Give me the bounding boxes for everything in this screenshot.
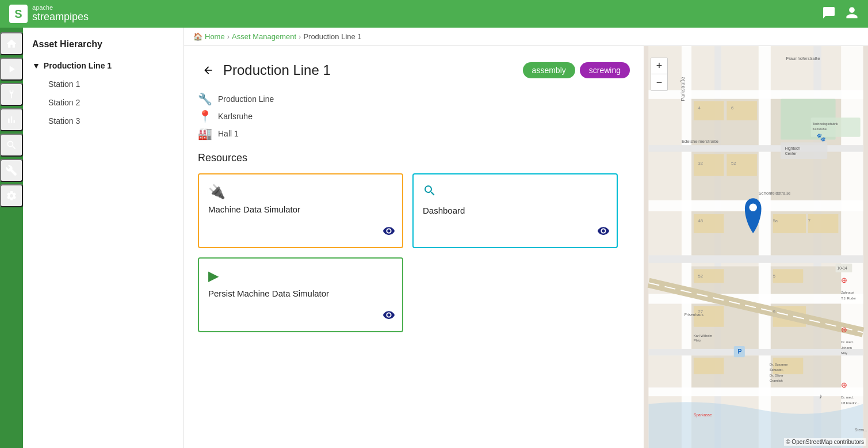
- hierarchy-root-label: Production Line 1: [44, 61, 112, 70]
- svg-text:4: 4: [698, 105, 701, 111]
- resource-card-machine-data-simulator[interactable]: 🔌 Machine Data Simulator: [198, 173, 403, 248]
- plug-nav-button[interactable]: [0, 83, 23, 106]
- search-resource-icon: [423, 184, 437, 198]
- info-location: 📍 Karlsruhe: [198, 109, 630, 123]
- arrow-back-icon: [202, 64, 214, 76]
- breadcrumb-current: Production Line 1: [303, 32, 361, 41]
- persist-label: Persist Machine Data Simulator: [208, 288, 393, 298]
- svg-text:Platz: Platz: [694, 339, 701, 342]
- hierarchy-station-2[interactable]: Station 2: [23, 93, 183, 112]
- svg-text:52: 52: [698, 274, 703, 279]
- map-attribution: © OpenStreetMap contributors: [784, 438, 866, 446]
- svg-text:10-14: 10-14: [838, 266, 847, 270]
- play-icon: [6, 63, 17, 75]
- screwing-tag[interactable]: screwing: [580, 62, 630, 78]
- breadcrumb-sep-2: ›: [299, 32, 301, 41]
- svg-text:Gramlich: Gramlich: [770, 379, 783, 382]
- svg-rect-10: [649, 255, 863, 263]
- svg-text:Edelsheimerstraße: Edelsheimerstraße: [682, 139, 718, 144]
- breadcrumb-asset-management[interactable]: Asset Management: [232, 32, 296, 41]
- type-icon: 🔧: [198, 92, 212, 106]
- zoom-in-button[interactable]: +: [651, 58, 667, 74]
- station-2-label: Station 2: [48, 98, 80, 107]
- svg-text:♪: ♪: [819, 393, 823, 400]
- hall-text: Hall 1: [218, 129, 239, 138]
- back-button[interactable]: [198, 60, 219, 81]
- type-text: Production Line: [218, 94, 274, 104]
- svg-text:T.J. Ruder: T.J. Ruder: [841, 297, 856, 300]
- brand: S apache streampipes: [9, 5, 89, 23]
- wrench-nav-button[interactable]: [0, 159, 23, 182]
- eye-icon-3: [383, 309, 395, 321]
- chat-icon: [822, 6, 836, 20]
- svg-text:⊕: ⊕: [841, 325, 847, 334]
- breadcrumb-home[interactable]: Home: [205, 32, 225, 41]
- svg-rect-27: [694, 101, 724, 120]
- user-button[interactable]: [845, 6, 859, 22]
- home-nav-button[interactable]: [0, 32, 23, 55]
- zoom-out-button[interactable]: −: [651, 74, 667, 90]
- resource-card-persist[interactable]: ▶ Persist Machine Data Simulator: [198, 257, 403, 332]
- svg-text:Schuster,: Schuster,: [770, 368, 783, 371]
- svg-text:Dr. med.: Dr. med.: [841, 340, 854, 344]
- search-icon: [6, 139, 17, 151]
- svg-text:Dr. Oliver: Dr. Oliver: [770, 374, 783, 377]
- assembly-tag[interactable]: assembly: [523, 62, 575, 78]
- svg-text:5a: 5a: [773, 218, 778, 223]
- svg-text:52: 52: [731, 161, 736, 166]
- dashboard-eye-icon[interactable]: [597, 225, 610, 240]
- search-nav-button[interactable]: [0, 134, 23, 157]
- svg-text:⊕: ⊕: [841, 381, 847, 389]
- resources-grid: 🔌 Machine Data Simulator Dashboard: [198, 173, 618, 332]
- svg-rect-34: [694, 358, 724, 374]
- svg-text:5: 5: [773, 274, 775, 279]
- svg-text:🐾: 🐾: [816, 132, 826, 142]
- home-icon: [6, 38, 17, 50]
- settings-nav-button[interactable]: [0, 184, 23, 207]
- play-nav-button[interactable]: [0, 58, 23, 81]
- navbar: S apache streampipes: [0, 0, 868, 28]
- svg-text:Johann: Johann: [841, 346, 852, 350]
- svg-rect-28: [726, 101, 757, 120]
- svg-text:Karl-Wilhelm-: Karl-Wilhelm-: [694, 334, 713, 337]
- svg-text:Center: Center: [785, 151, 797, 155]
- svg-point-88: [750, 203, 757, 211]
- logo-icon: S: [9, 5, 28, 23]
- map-svg: 4 6 32 52 48 52 27 5a 7 5 9 Parkstraße S…: [644, 46, 868, 448]
- station-3-label: Station 3: [48, 116, 80, 126]
- hierarchy-station-1[interactable]: Station 1: [23, 75, 183, 93]
- svg-rect-35: [773, 214, 806, 233]
- settings-icon: [6, 190, 17, 202]
- content-area: Production Line 1 assembly screwing 🔧 Pr…: [184, 46, 644, 448]
- map-area: 4 6 32 52 48 52 27 5a 7 5 9 Parkstraße S…: [644, 46, 868, 448]
- svg-text:48: 48: [698, 218, 703, 223]
- main-layout: Asset Hierarchy ▼ Production Line 1 Stat…: [23, 28, 868, 448]
- resource-card-dashboard[interactable]: Dashboard: [412, 173, 618, 248]
- svg-text:Fraunhoferstraße: Fraunhoferstraße: [786, 56, 820, 61]
- hierarchy-root[interactable]: ▼ Production Line 1: [23, 56, 183, 75]
- eye-icon-1: [383, 225, 395, 237]
- chat-button[interactable]: [822, 6, 836, 22]
- svg-text:Parkstraße: Parkstraße: [680, 77, 686, 101]
- svg-text:Zahnarzt: Zahnarzt: [841, 291, 854, 294]
- machine-data-label: Machine Data Simulator: [208, 204, 393, 214]
- dashboard-label: Dashboard: [423, 206, 607, 215]
- page-title: Production Line 1: [223, 62, 331, 78]
- dashboard-icon: [423, 184, 607, 201]
- brand-name: apache streampipes: [32, 5, 89, 23]
- svg-text:Stern...: Stern...: [855, 428, 867, 432]
- svg-text:P: P: [737, 348, 741, 355]
- hierarchy-station-3[interactable]: Station 3: [23, 112, 183, 130]
- persist-eye-icon[interactable]: [383, 309, 395, 324]
- svg-text:Dr. med.: Dr. med.: [841, 396, 854, 399]
- machine-data-eye-icon[interactable]: [383, 225, 395, 240]
- chart-nav-button[interactable]: [0, 108, 23, 131]
- persist-icon: ▶: [208, 268, 393, 284]
- svg-text:32: 32: [698, 161, 703, 166]
- info-hall: 🏭 Hall 1: [198, 127, 630, 141]
- svg-text:Technologiefabrik: Technologiefabrik: [812, 122, 838, 126]
- location-icon: 📍: [198, 109, 212, 123]
- svg-text:7: 7: [808, 218, 810, 223]
- chevron-down-icon: ▼: [32, 61, 40, 70]
- svg-text:Karlsruhe: Karlsruhe: [812, 127, 826, 131]
